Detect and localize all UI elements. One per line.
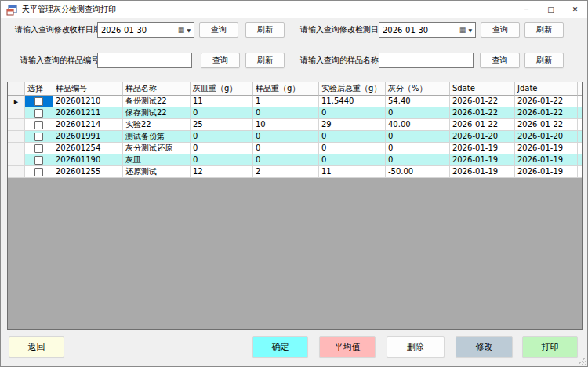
select-checkbox-cell[interactable] [25,107,53,119]
grid-cell[interactable]: 202601255 [53,166,123,178]
delete-button[interactable]: 删除 [387,336,445,358]
select-checkbox[interactable] [34,121,43,129]
receive-date-picker[interactable]: 2026-01-30 ▦ ▼ [97,22,194,38]
column-header[interactable]: Sdate [450,82,515,96]
sample-name-refresh-button[interactable]: 刷新 [524,53,564,68]
modify-button[interactable]: 修改 [456,336,513,358]
grid-cell[interactable]: 2026-01-22 [515,119,578,131]
grid-cell[interactable]: 2026-01-22 [515,96,578,107]
grid-cell[interactable]: 2026-01-19 [515,143,578,154]
grid-cell[interactable]: 灰皿 [123,154,191,166]
grid-cell[interactable]: 10 [253,119,319,131]
grid-cell[interactable]: 测试备份第一 [123,131,191,143]
select-checkbox-cell[interactable] [25,143,53,154]
sample-name-input[interactable] [379,53,474,68]
grid-cell[interactable]: 2 [253,166,319,178]
sample-name-query-button[interactable]: 查询 [480,53,520,68]
grid-cell[interactable]: 202601211 [53,107,123,119]
table-row[interactable]: 202601190灰皿00002026-01-192026-01-19 [8,154,582,166]
receive-date-query-button[interactable]: 查询 [199,22,238,38]
grid-cell[interactable]: 0 [386,131,450,143]
grid-cell[interactable]: 202601254 [53,143,123,154]
grid-cell[interactable]: 保存测试22 [123,107,191,119]
grid-cell[interactable]: 实验22 [123,119,191,131]
select-checkbox[interactable] [34,144,43,153]
confirm-button[interactable]: 确定 [252,336,308,358]
select-checkbox-cell[interactable] [25,119,53,131]
grid-cell[interactable]: 0 [319,154,386,166]
resize-grip[interactable] [578,357,586,365]
select-checkbox[interactable] [34,109,43,118]
test-date-query-button[interactable]: 查询 [481,22,520,38]
select-checkbox-cell[interactable] [25,154,53,166]
grid-cell[interactable]: 54.40 [386,96,450,107]
grid-cell[interactable]: 还原测试 [123,166,191,178]
close-button[interactable]: ✕ [563,1,587,18]
grid-cell[interactable]: 0 [191,131,253,143]
grid-cell[interactable]: 1 [253,96,319,107]
print-button[interactable]: 打印 [522,336,578,358]
grid-cell[interactable]: 2026-01-22 [515,107,578,119]
grid-cell[interactable]: 2026-01-22 [450,96,515,107]
grid-cell[interactable]: 0 [319,107,386,119]
grid-cell[interactable]: -50.00 [386,166,450,178]
column-header[interactable]: Jdate [515,82,578,96]
grid-cell[interactable]: 0 [253,131,319,143]
grid-cell[interactable]: 备份测试22 [123,96,191,107]
select-checkbox[interactable] [34,156,43,165]
grid-cell[interactable]: 2026-01-19 [515,154,578,166]
grid-cell[interactable]: 29 [319,119,386,131]
grid-cell[interactable]: 2026-01-19 [515,166,578,178]
select-checkbox-cell[interactable] [25,131,53,143]
select-checkbox-cell[interactable] [25,96,53,107]
grid-cell[interactable]: 2026-01-20 [515,131,578,143]
average-button[interactable]: 平均值 [319,336,376,358]
test-date-picker[interactable]: 2026-01-30 ▦ ▼ [379,22,476,38]
grid-corner-cell[interactable] [8,82,25,96]
grid-cell[interactable]: 202601210 [53,96,123,107]
row-header-cell[interactable] [8,119,25,131]
grid-cell[interactable]: 0 [386,154,450,166]
grid-cell[interactable]: 2026-01-19 [450,154,515,166]
grid-cell[interactable]: 2026-01-22 [450,119,515,131]
column-header[interactable]: 选择 [25,82,53,96]
grid-cell[interactable]: 25 [191,119,253,131]
column-header[interactable]: 实验后总重（g） [319,82,386,96]
grid-cell[interactable]: 11 [319,166,386,178]
grid-cell[interactable]: 0 [191,107,253,119]
select-checkbox[interactable] [34,168,43,176]
grid-cell[interactable]: 2026-01-22 [450,107,515,119]
table-row[interactable]: 202601254灰分测试还原00002026-01-192026-01-19 [8,143,582,154]
grid-cell[interactable]: 11 [191,96,253,107]
grid-cell[interactable]: 202601214 [53,119,123,131]
column-header[interactable]: 灰皿重（g） [191,82,253,96]
grid-cell[interactable]: 0 [253,143,319,154]
table-row[interactable]: 202601255还原测试12211-50.002026-01-192026-0… [8,166,582,178]
grid-cell[interactable]: 0 [191,143,253,154]
grid-cell[interactable]: 12 [191,166,253,178]
chevron-down-icon[interactable]: ▼ [187,27,191,33]
sample-no-refresh-button[interactable]: 刷新 [245,53,285,68]
grid-cell[interactable]: 0 [191,154,253,166]
column-header[interactable]: 样品名称 [123,82,191,96]
select-checkbox[interactable] [34,97,43,106]
select-checkbox[interactable] [34,133,43,141]
grid-cell[interactable]: 2026-01-20 [450,131,515,143]
grid-cell[interactable]: 0 [386,143,450,154]
grid-cell[interactable]: 0 [319,143,386,154]
grid-cell[interactable]: 202601190 [53,154,123,166]
grid-cell[interactable]: 灰分测试还原 [123,143,191,154]
table-row[interactable]: ▶202601210备份测试2211111.544054.402026-01-2… [8,96,582,107]
grid-cell[interactable]: 0 [319,131,386,143]
grid-cell[interactable]: 0 [386,107,450,119]
receive-date-refresh-button[interactable]: 刷新 [245,22,285,38]
table-row[interactable]: 202601991测试备份第一00002026-01-202026-01-20 [8,131,582,143]
back-button[interactable]: 返回 [9,336,64,358]
grid-cell[interactable]: 40.00 [386,119,450,131]
row-header-cell[interactable] [8,143,25,154]
row-header-cell[interactable] [8,166,25,178]
grid-cell[interactable]: 2026-01-19 [450,143,515,154]
test-date-refresh-button[interactable]: 刷新 [524,22,564,38]
column-header[interactable]: 灰分（%） [386,82,450,96]
grid-cell[interactable]: 0 [253,107,319,119]
